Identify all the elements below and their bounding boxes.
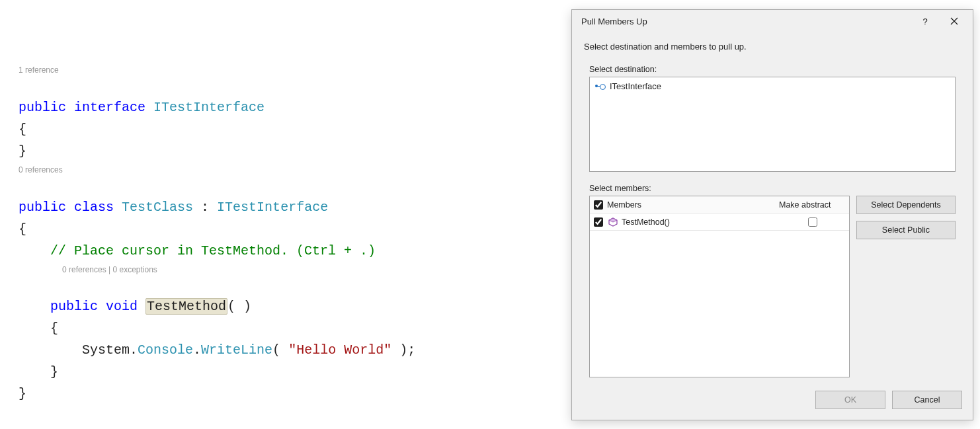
method-icon	[608, 217, 618, 227]
pull-members-up-dialog: Pull Members Up ? Select destination and…	[571, 9, 973, 420]
dot: .	[130, 342, 138, 358]
select-dependents-button[interactable]: Select Dependents	[856, 196, 956, 214]
keyword: class	[74, 200, 114, 215]
keyword: public	[19, 100, 66, 115]
dot: .	[193, 342, 201, 358]
member-checkbox[interactable]	[594, 217, 603, 227]
interface-icon	[596, 83, 606, 90]
column-header-members[interactable]: Members	[607, 200, 776, 210]
parens: ( )	[227, 299, 251, 314]
dialog-footer: OK Cancel	[572, 381, 973, 420]
column-header-abstract[interactable]: Make abstract	[776, 200, 849, 210]
string-literal: "Hello World"	[288, 342, 391, 358]
type-name: TestClass	[122, 200, 193, 215]
paren: (	[272, 342, 288, 358]
dialog-body: Select destination and members to pull u…	[572, 32, 973, 381]
cancel-button[interactable]: Cancel	[892, 391, 962, 409]
grid-header: Members Make abstract	[590, 196, 849, 214]
colon: :	[193, 200, 217, 215]
type-name: ITestInterface	[217, 200, 328, 215]
close-icon	[950, 17, 958, 25]
brace: {	[19, 221, 26, 237]
destination-name: ITestInterface	[610, 81, 661, 91]
keyword: void	[106, 299, 138, 314]
select-all-checkbox[interactable]	[594, 200, 603, 210]
destination-label: Select destination:	[589, 65, 961, 74]
codelens[interactable]: 1 reference	[19, 65, 569, 76]
brace: {	[50, 321, 58, 336]
help-button[interactable]: ?	[911, 11, 940, 31]
paren-semi: );	[391, 342, 415, 358]
brace: }	[19, 386, 26, 401]
dialog-instruction: Select destination and members to pull u…	[584, 42, 961, 52]
type-name: Console	[138, 342, 193, 358]
type-name: ITestInterface	[153, 100, 265, 115]
codelens[interactable]: 0 references	[19, 165, 569, 176]
brace: }	[50, 364, 58, 379]
svg-marker-1	[609, 218, 617, 222]
highlighted-method-name: TestMethod	[145, 298, 227, 315]
keyword: interface	[74, 100, 145, 115]
destination-item[interactable]: ITestInterface	[594, 80, 951, 93]
dialog-title: Pull Members Up	[581, 17, 911, 26]
members-label: Select members:	[589, 184, 961, 193]
identifier: System	[82, 342, 130, 358]
dialog-titlebar[interactable]: Pull Members Up ?	[572, 10, 973, 32]
comment: // Place cursor in TestMethod. (Ctrl + .…	[50, 243, 376, 258]
keyword: public	[50, 299, 98, 314]
members-grid[interactable]: Members Make abstract TestMethod()	[589, 196, 850, 377]
make-abstract-checkbox[interactable]	[808, 217, 817, 227]
help-icon: ?	[922, 17, 927, 26]
code-editor[interactable]: 1 reference public interface ITestInterf…	[0, 0, 569, 429]
brace: }	[19, 143, 26, 159]
select-public-button[interactable]: Select Public	[856, 221, 956, 239]
close-button[interactable]	[940, 11, 969, 31]
ok-button[interactable]: OK	[815, 391, 885, 409]
grid-row[interactable]: TestMethod()	[590, 214, 849, 231]
side-buttons: Select Dependents Select Public	[856, 196, 956, 377]
brace: {	[19, 122, 26, 137]
keyword: public	[19, 200, 66, 215]
member-name: TestMethod()	[622, 217, 670, 227]
method-name: WriteLine	[201, 342, 272, 358]
destination-list[interactable]: ITestInterface	[589, 77, 956, 172]
codelens[interactable]: 0 references | 0 exceptions	[62, 264, 569, 276]
